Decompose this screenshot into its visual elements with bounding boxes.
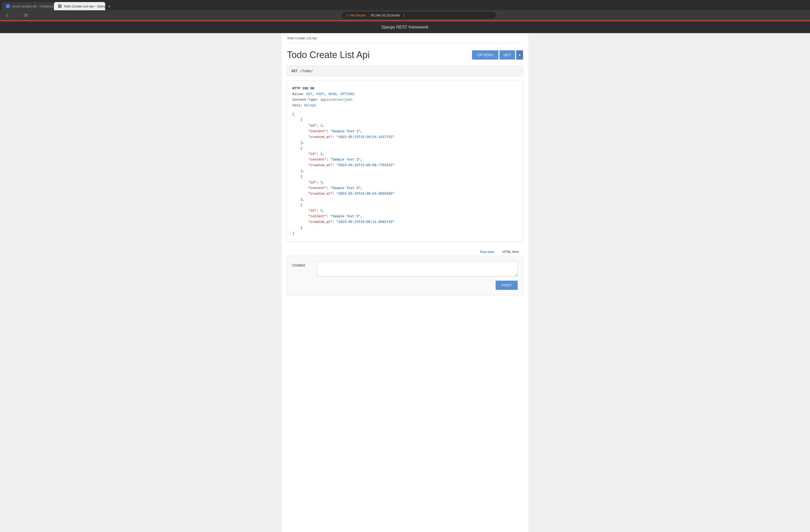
endpoint-bar: GET /todo/ — [287, 65, 523, 76]
header-buttons: OPTIONS GET ▾ — [472, 50, 523, 60]
post-button[interactable]: POST — [496, 280, 518, 290]
address-url-path: /todo/ — [392, 13, 400, 17]
allow-post[interactable]: POST — [317, 92, 324, 96]
json-close-array: ] — [292, 231, 294, 235]
browser-chrome: cloud-sample-db – Databases ✕ Todo Creat… — [0, 0, 810, 20]
forward-button[interactable] — [13, 12, 19, 18]
allow-head[interactable]: HEAD — [328, 92, 336, 96]
endpoint-method: GET — [291, 69, 298, 73]
form-row-content: Content — [292, 261, 518, 276]
address-separator: | — [368, 13, 368, 17]
content-input[interactable] — [317, 261, 518, 276]
address-url-base: 35.244.20.151 — [370, 13, 392, 17]
tab-db-label: cloud-sample-db – Databases — [12, 4, 53, 8]
allow-key: Allow: — [292, 92, 306, 96]
tab-db[interactable]: cloud-sample-db – Databases ✕ — [2, 2, 53, 10]
response-content-type-header: Content-Type: application/json — [292, 97, 518, 103]
content-type-value: application/json — [320, 98, 352, 102]
options-button[interactable]: OPTIONS — [472, 50, 498, 60]
tab-drf[interactable]: Todo Create List Api – Django ✕ — [54, 2, 105, 10]
cursor: | — [403, 13, 404, 17]
response-status: HTTP 200 OK — [292, 86, 518, 92]
page-title: Todo Create List Api — [287, 50, 370, 60]
endpoint-path: /todo/ — [298, 69, 313, 73]
get-button[interactable]: GET — [500, 50, 515, 60]
warning-icon: ⚠ — [346, 13, 349, 17]
svg-point-0 — [59, 5, 61, 7]
new-tab-button[interactable]: + — [106, 3, 113, 10]
json-item-2: { "id": 2, "content": "Sample Text 2", "… — [292, 146, 394, 173]
breadcrumb-text: Todo Create List Api — [287, 36, 317, 40]
drf-title: Django REST framework — [382, 25, 428, 29]
response-vary-header: Vary: Accept — [292, 103, 518, 108]
response-allow-header: Allow: GET, POST, HEAD, OPTIONS — [292, 92, 518, 97]
not-secure-label: Not Secure — [350, 14, 366, 17]
post-form: Content POST — [287, 256, 523, 295]
vary-key: Vary: — [292, 103, 304, 107]
allow-get[interactable]: GET — [306, 92, 312, 96]
content-type-key: Content-Type: — [292, 98, 320, 102]
get-dropdown-button[interactable]: ▾ — [516, 50, 523, 60]
json-item-1: { "id": 1, "content": "Sample Text 1", "… — [292, 118, 394, 144]
json-item-3: { "id": 3, "content": "Sample Text 3", "… — [292, 175, 394, 201]
refresh-button[interactable] — [22, 12, 29, 18]
raw-data-tab[interactable]: Raw data — [476, 248, 498, 256]
back-button[interactable] — [4, 12, 10, 18]
not-secure-indicator: ⚠ Not Secure — [346, 13, 366, 17]
format-tabs: Raw data HTML form — [287, 248, 523, 256]
tab-drf-label: Todo Create List Api – Django — [64, 4, 105, 8]
tab-bar: cloud-sample-db – Databases ✕ Todo Creat… — [0, 0, 810, 10]
json-open-array: [ — [292, 112, 294, 116]
tab-favicon-db — [6, 4, 10, 8]
page-header: Todo Create List Api OPTIONS GET ▾ — [287, 43, 523, 65]
main-content: Todo Create List Api Todo Create List Ap… — [282, 33, 528, 532]
content-label: Content — [292, 261, 313, 267]
json-response: [ { "id": 1, "content": "Sample Text 1",… — [292, 111, 518, 236]
breadcrumb: Todo Create List Api — [287, 33, 523, 43]
drf-header: Django REST framework — [0, 21, 810, 33]
form-actions: POST — [292, 280, 518, 290]
bottom-section: Raw data HTML form Content POST — [287, 248, 523, 295]
address-url: 35.244.20.151/todo/ — [370, 13, 400, 17]
json-item-5: { "id": 5, "content": "Sample Text 5", "… — [292, 203, 394, 229]
html-form-tab[interactable]: HTML form — [498, 248, 523, 256]
response-panel: HTTP 200 OK Allow: GET, POST, HEAD, OPTI… — [287, 80, 523, 242]
allow-options[interactable]: OPTIONS — [340, 92, 354, 96]
vary-value[interactable]: Accept — [304, 103, 317, 107]
address-bar[interactable]: ⚠ Not Secure | 35.244.20.151/todo/ | — [342, 12, 496, 19]
tab-favicon-drf — [58, 4, 62, 8]
address-bar-row: ⚠ Not Secure | 35.244.20.151/todo/ | — [0, 10, 810, 20]
